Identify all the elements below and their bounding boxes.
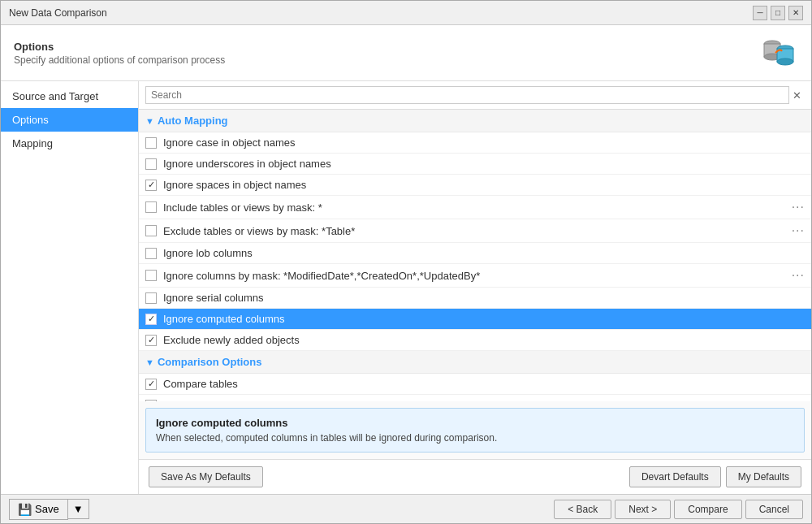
search-input[interactable] [145, 86, 789, 104]
ignore-case-checkbox[interactable] [145, 137, 157, 149]
option-exclude-new[interactable]: ✓ Exclude newly added objects [139, 330, 811, 351]
exclude-tables-label: Exclude tables or views by mask: *Table* [163, 225, 792, 237]
option-exclude-tables[interactable]: Exclude tables or views by mask: *Table*… [139, 219, 811, 243]
sidebar-item-mapping-label: Mapping [12, 137, 53, 149]
header-title: Options [14, 41, 225, 53]
option-compare-views[interactable]: Compare views [139, 395, 811, 401]
ignore-serial-label: Ignore serial columns [163, 292, 805, 304]
ignore-lob-label: Ignore lob columns [163, 247, 805, 259]
comparison-options-title: Comparison Options [158, 356, 262, 368]
exclude-tables-dots[interactable]: ··· [792, 223, 805, 238]
content-area: ✕ ▼ Auto Mapping Ignore case in object n… [139, 81, 811, 494]
save-button-group: 💾 Save ▼ [9, 499, 89, 520]
compare-tables-label: Compare tables [163, 378, 805, 390]
sidebar-item-options-label: Options [12, 114, 49, 126]
next-button[interactable]: Next > [615, 500, 671, 519]
close-button[interactable]: ✕ [788, 6, 803, 20]
auto-mapping-title: Auto Mapping [158, 115, 228, 127]
save-as-defaults-button[interactable]: Save As My Defaults [149, 466, 263, 487]
devart-defaults-button[interactable]: Devart Defaults [629, 466, 721, 487]
compare-button[interactable]: Compare [674, 500, 741, 519]
save-disk-icon: 💾 [18, 503, 32, 516]
header: Options Specify additional options of co… [1, 25, 811, 81]
ignore-underscores-checkbox[interactable] [145, 158, 157, 170]
search-bar: ✕ [139, 81, 811, 110]
ignore-columns-mask-dots[interactable]: ··· [792, 268, 805, 283]
save-button[interactable]: 💾 Save [9, 499, 68, 520]
compare-views-checkbox[interactable] [145, 400, 157, 402]
sidebar-item-options[interactable]: Options [1, 108, 138, 132]
compare-views-label: Compare views [163, 399, 805, 401]
save-label: Save [35, 503, 59, 515]
option-compare-tables[interactable]: ✓ Compare tables [139, 374, 811, 395]
save-dropdown-button[interactable]: ▼ [68, 499, 89, 519]
header-subtitle: Specify additional options of comparison… [14, 54, 225, 66]
title-bar-buttons: ─ □ ✕ [753, 6, 803, 20]
cancel-button[interactable]: Cancel [745, 500, 803, 519]
sidebar-item-source-target[interactable]: Source and Target [1, 84, 138, 108]
exclude-new-label: Exclude newly added objects [163, 334, 805, 346]
ignore-computed-checkbox[interactable]: ✓ [145, 314, 157, 325]
ignore-computed-label: Ignore computed columns [163, 313, 805, 325]
database-icon [759, 33, 798, 72]
bottom-bar: 💾 Save ▼ < Back Next > Compare Cancel [1, 494, 811, 523]
exclude-new-checkbox[interactable]: ✓ [145, 335, 157, 346]
option-ignore-case[interactable]: Ignore case in object names [139, 132, 811, 154]
include-tables-label: Include tables or views by mask: * [163, 201, 792, 214]
window-title: New Data Comparison [9, 7, 107, 19]
include-tables-dots[interactable]: ··· [792, 200, 805, 214]
maximize-button[interactable]: □ [771, 6, 785, 20]
ignore-columns-mask-checkbox[interactable] [145, 270, 157, 281]
my-defaults-button[interactable]: My Defaults [726, 466, 801, 487]
option-ignore-underscores[interactable]: Ignore underscores in object names [139, 154, 811, 175]
option-ignore-spaces[interactable]: ✓ Ignore spaces in object names [139, 175, 811, 196]
ignore-case-label: Ignore case in object names [163, 136, 805, 149]
compare-tables-checkbox[interactable]: ✓ [145, 379, 157, 390]
option-ignore-lob[interactable]: Ignore lob columns [139, 243, 811, 264]
sidebar-item-source-target-label: Source and Target [12, 90, 98, 102]
title-bar: New Data Comparison ─ □ ✕ [1, 1, 811, 25]
include-tables-checkbox[interactable] [145, 201, 157, 213]
option-ignore-columns-mask[interactable]: Ignore columns by mask: *ModifiedDate*,*… [139, 264, 811, 288]
comparison-options-arrow-icon: ▼ [145, 357, 154, 367]
exclude-tables-checkbox[interactable] [145, 225, 157, 236]
option-ignore-computed[interactable]: ✓ Ignore computed columns [139, 309, 811, 330]
option-ignore-serial[interactable]: Ignore serial columns [139, 288, 811, 309]
sidebar: Source and Target Options Mapping [1, 81, 139, 494]
back-button[interactable]: < Back [554, 500, 611, 519]
ignore-underscores-label: Ignore underscores in object names [163, 158, 805, 170]
footer-buttons: Save As My Defaults Devart Defaults My D… [139, 459, 811, 494]
auto-mapping-arrow-icon: ▼ [145, 116, 154, 126]
main-content: Source and Target Options Mapping ✕ ▼ Au [1, 81, 811, 494]
search-clear-button[interactable]: ✕ [789, 89, 805, 102]
description-title: Ignore computed columns [156, 417, 794, 429]
auto-mapping-section-header[interactable]: ▼ Auto Mapping [139, 110, 811, 132]
nav-buttons: < Back Next > Compare Cancel [554, 500, 803, 519]
svg-point-5 [777, 58, 793, 65]
header-left: Options Specify additional options of co… [14, 41, 225, 66]
description-box: Ignore computed columns When selected, c… [145, 408, 805, 453]
ignore-lob-checkbox[interactable] [145, 248, 157, 259]
options-scroll-container[interactable]: ▼ Auto Mapping Ignore case in object nam… [139, 110, 811, 401]
comparison-options-section-header[interactable]: ▼ Comparison Options [139, 351, 811, 374]
ignore-spaces-label: Ignore spaces in object names [163, 179, 805, 191]
ignore-spaces-checkbox[interactable]: ✓ [145, 180, 157, 191]
minimize-button[interactable]: ─ [753, 6, 767, 20]
option-include-tables[interactable]: Include tables or views by mask: * ··· [139, 196, 811, 219]
ignore-columns-mask-label: Ignore columns by mask: *ModifiedDate*,*… [163, 270, 792, 282]
sidebar-item-mapping[interactable]: Mapping [1, 132, 138, 155]
description-text: When selected, computed columns in table… [156, 432, 794, 444]
ignore-serial-checkbox[interactable] [145, 292, 157, 304]
main-window: New Data Comparison ─ □ ✕ Options Specif… [0, 0, 812, 524]
